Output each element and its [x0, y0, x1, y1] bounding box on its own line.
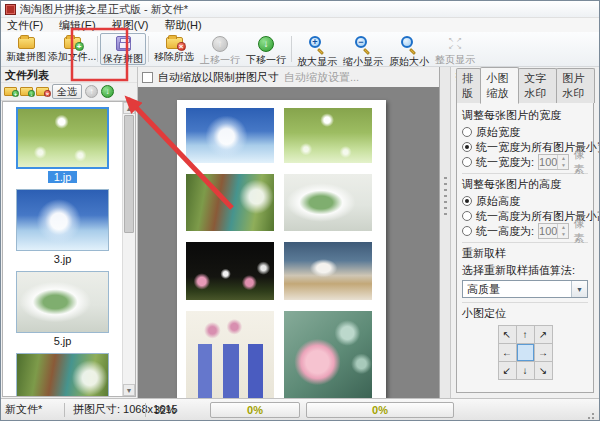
- tab-image-scaling[interactable]: 小图缩放: [480, 67, 519, 104]
- position-left-button[interactable]: ←: [499, 344, 516, 361]
- photo-book-and-vase[interactable]: [284, 242, 372, 300]
- select-all-button[interactable]: 全选: [52, 84, 82, 99]
- panel-splitter[interactable]: [439, 67, 451, 398]
- radio-uniform-min-width[interactable]: 统一宽度为所有图片最小宽度: [462, 140, 588, 154]
- file-list-panel: 文件列表 + ↓ × 全选 ↑ ↓ 1.jp 3.jp 5.jp: [1, 67, 138, 398]
- photo-grass-dandelion[interactable]: [284, 108, 372, 163]
- position-top-right-button[interactable]: ↗: [535, 326, 552, 343]
- new-collage-button[interactable]: 新建拼图: [3, 33, 49, 65]
- zoom-in-button[interactable]: + 放大显示: [294, 33, 340, 65]
- photo-night-flowers[interactable]: [186, 242, 274, 300]
- move-row-up-button: ↑ 上移一行: [197, 33, 243, 65]
- add-file-icon[interactable]: +: [4, 87, 17, 96]
- radio-icon: [462, 211, 472, 221]
- thumbnail-grass-dandelion[interactable]: [16, 107, 109, 169]
- list-item[interactable]: 5.jp: [3, 271, 122, 347]
- photo-potted-white-flowers[interactable]: [284, 174, 372, 231]
- photo-blue-bottles[interactable]: [186, 311, 274, 398]
- settings-panel: 拼接设置 排版 小图缩放 文字水印 图片水印 调整每张图片的宽度 原始宽度 统一…: [451, 67, 599, 398]
- add-folder-icon[interactable]: ↓: [20, 87, 33, 96]
- stepper-arrows-icon: ▲▼: [557, 224, 568, 238]
- file-list-title: 文件列表: [1, 67, 137, 82]
- radio-icon: [462, 142, 472, 152]
- file-list-scrollbar[interactable]: ▲ ▼: [122, 102, 135, 396]
- remove-file-icon[interactable]: ×: [36, 87, 49, 96]
- progress-bar-2: 0%: [306, 402, 454, 418]
- main-toolbar: 新建拼图 + 添加文件... 保存拼图 × 移除所选 ↑ 上移一行 ↓ 下移一行…: [1, 32, 599, 67]
- position-group-label: 小图定位: [462, 306, 588, 321]
- file-list-items: 1.jp 3.jp 5.jp: [3, 102, 122, 396]
- save-collage-button[interactable]: 保存拼图: [100, 33, 146, 65]
- radio-custom-height[interactable]: 统一高度为: 100 ▲▼ 像素: [462, 224, 588, 238]
- progress-bar-1: 0%: [210, 402, 300, 418]
- remove-selected-button[interactable]: × 移除所选: [151, 33, 197, 65]
- radio-icon: [462, 226, 472, 236]
- tab-content: 调整每张图片的宽度 原始宽度 统一宽度为所有图片最小宽度 统一宽度为: 100 …: [456, 103, 594, 393]
- radio-original-width[interactable]: 原始宽度: [462, 125, 588, 139]
- radio-original-height[interactable]: 原始高度: [462, 194, 588, 208]
- photo-girl-with-flowers[interactable]: [186, 174, 274, 231]
- zoom-out-button[interactable]: − 缩小显示: [340, 33, 386, 65]
- menu-view[interactable]: 视图(V): [112, 18, 149, 33]
- thumbnail-girl-with-flowers[interactable]: [16, 353, 109, 396]
- collage-canvas[interactable]: [138, 87, 439, 398]
- position-bottom-left-button[interactable]: ↙: [499, 362, 516, 379]
- settings-tabs: 排版 小图缩放 文字水印 图片水印: [456, 84, 594, 103]
- move-row-down-button[interactable]: ↓ 下移一行: [243, 33, 289, 65]
- position-bottom-right-button[interactable]: ↘: [535, 362, 552, 379]
- tab-text-watermark[interactable]: 文字水印: [518, 68, 557, 103]
- position-right-button[interactable]: →: [535, 344, 552, 361]
- resize-grip-icon[interactable]: [585, 410, 595, 420]
- resample-algorithm-select[interactable]: 高质量 ▼: [462, 280, 588, 298]
- height-group-label: 调整每张图片的高度: [462, 177, 588, 192]
- tab-layout[interactable]: 排版: [456, 68, 481, 103]
- radio-icon: [462, 127, 472, 137]
- list-item[interactable]: 1.jp: [3, 107, 122, 183]
- radio-custom-width[interactable]: 统一宽度为: 100 ▲▼ 像素: [462, 155, 588, 169]
- file-name: 3.jp: [48, 253, 78, 265]
- status-collage-size: 拼图尺寸: 1068x1615: [65, 402, 145, 417]
- position-top-left-button[interactable]: ↖: [499, 326, 516, 343]
- chevron-down-icon[interactable]: ▼: [571, 281, 587, 297]
- fit-page-icon: ↖ ↗↙ ↘: [447, 36, 463, 52]
- auto-scale-row: 自动缩放以限制拼图尺寸 自动缩放设置...: [138, 67, 439, 87]
- group-divider: [462, 302, 588, 303]
- splitter-grip-icon: [444, 177, 447, 217]
- fit-page-button: ↖ ↗↙ ↘ 整页显示: [432, 33, 478, 65]
- actual-size-icon: [400, 36, 418, 54]
- toolbar-separator: [148, 36, 149, 62]
- auto-scale-settings-link[interactable]: 自动缩放设置...: [284, 70, 359, 85]
- scrollbar-thumb[interactable]: [124, 115, 134, 233]
- toolbar-separator: [97, 36, 98, 62]
- radio-icon: [462, 196, 472, 206]
- file-name: 1.jp: [48, 171, 78, 183]
- list-item[interactable]: [3, 353, 122, 396]
- status-bar: 新文件* 拼图尺寸: 1068x1615 32% 0% 0%: [1, 398, 599, 420]
- collage-page: [177, 100, 386, 398]
- menu-help[interactable]: 帮助(H): [164, 18, 201, 33]
- resample-algorithm-label: 选择重新取样插值算法:: [462, 263, 588, 278]
- photo-pink-dahlia[interactable]: [284, 311, 372, 398]
- add-files-button[interactable]: + 添加文件...: [49, 33, 95, 65]
- menu-file[interactable]: 文件(F): [7, 18, 43, 33]
- move-item-down-button[interactable]: ↓: [101, 85, 114, 98]
- actual-size-button[interactable]: 原始大小: [386, 33, 432, 65]
- thumbnail-potted-white-flowers[interactable]: [16, 271, 109, 333]
- save-collage-icon: [116, 36, 131, 51]
- photo-blue-dandelion[interactable]: [186, 108, 274, 163]
- toolbar-separator: [291, 36, 292, 62]
- position-center-button[interactable]: [517, 344, 534, 361]
- menu-edit[interactable]: 编辑(E): [59, 18, 96, 33]
- auto-scale-checkbox[interactable]: [142, 72, 153, 83]
- scroll-down-icon[interactable]: ▼: [123, 384, 135, 396]
- thumbnail-blue-dandelion[interactable]: [16, 189, 109, 251]
- scroll-up-icon[interactable]: ▲: [123, 102, 135, 114]
- add-files-icon: +: [64, 36, 81, 49]
- list-item[interactable]: 3.jp: [3, 189, 122, 265]
- position-top-button[interactable]: ↑: [517, 326, 534, 343]
- title-bar: 淘淘图片拼接之星正式版 - 新文件*: [1, 1, 599, 18]
- position-bottom-button[interactable]: ↓: [517, 362, 534, 379]
- resample-group-label: 重新取样: [462, 246, 588, 261]
- radio-uniform-min-height[interactable]: 统一高度为所有图片最小高度: [462, 209, 588, 223]
- tab-image-watermark[interactable]: 图片水印: [556, 68, 595, 103]
